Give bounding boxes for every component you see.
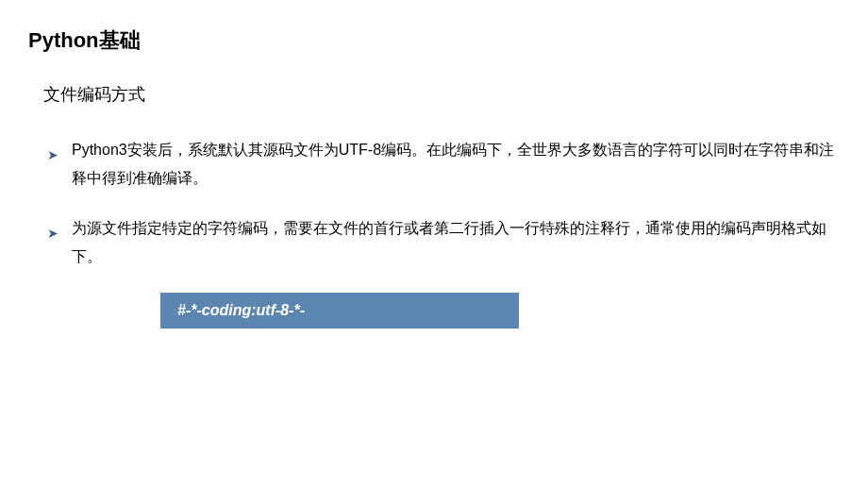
code-block: #-*-coding:utf-8-*- xyxy=(160,293,519,329)
bullet-icon: ➤ xyxy=(47,143,58,168)
bullet-list: ➤ Python3安装后，系统默认其源码文件为UTF-8编码。在此编码下，全世界… xyxy=(28,136,840,272)
bullet-text: Python3安装后，系统默认其源码文件为UTF-8编码。在此编码下，全世界大多… xyxy=(72,142,834,186)
bullet-text: 为源文件指定特定的字符编码，需要在文件的首行或者第二行插入一行特殊的注释行，通常… xyxy=(72,220,826,264)
list-item: ➤ 为源文件指定特定的字符编码，需要在文件的首行或者第二行插入一行特殊的注释行，… xyxy=(47,214,840,272)
subtitle: 文件编码方式 xyxy=(43,83,840,106)
bullet-icon: ➤ xyxy=(47,221,58,246)
list-item: ➤ Python3安装后，系统默认其源码文件为UTF-8编码。在此编码下，全世界… xyxy=(47,136,840,194)
page-title: Python基础 xyxy=(28,26,840,55)
